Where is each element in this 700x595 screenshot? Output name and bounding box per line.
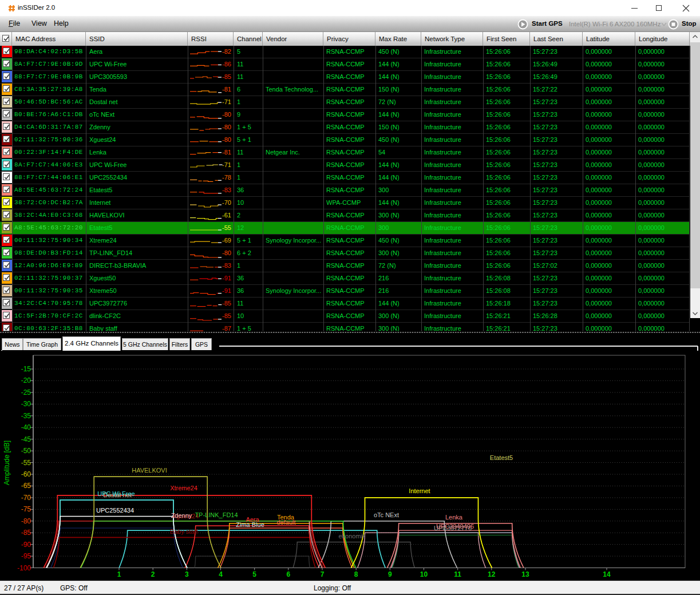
svg-text:-45: -45 (21, 435, 31, 443)
svg-text:-55: -55 (21, 459, 31, 467)
svg-text:-20: -20 (21, 376, 31, 384)
svg-text:-60: -60 (21, 470, 31, 478)
svg-text:-30: -30 (21, 400, 31, 408)
svg-text:3: 3 (185, 570, 189, 578)
svg-text:Amplitude [dB]: Amplitude [dB] (3, 441, 11, 485)
svg-text:14: 14 (603, 570, 611, 578)
svg-text:Zdenny: Zdenny (171, 512, 192, 519)
svg-text:-80: -80 (21, 517, 31, 525)
svg-text:-95: -95 (21, 552, 31, 560)
svg-text:-100: -100 (17, 564, 31, 572)
svg-text:UPC Wi-Free: UPC Wi-Free (97, 490, 135, 497)
svg-text:HAVELKOVI: HAVELKOVI (132, 467, 167, 474)
svg-text:-35: -35 (21, 412, 31, 420)
svg-text:6: 6 (286, 570, 290, 578)
svg-text:Internet: Internet (409, 487, 430, 494)
svg-text:4: 4 (219, 570, 223, 578)
svg-text:default: default (276, 519, 295, 526)
svg-text:Lenka: Lenka (445, 514, 463, 521)
svg-text:-15: -15 (21, 365, 31, 373)
svg-text:1: 1 (117, 570, 121, 578)
svg-text:ekonomik: ekonomik (338, 533, 366, 540)
svg-text:UPC2552434: UPC2552434 (96, 507, 134, 514)
svg-text:5: 5 (252, 570, 256, 578)
svg-text:2: 2 (151, 570, 155, 578)
svg-text:TP-LINK_FD14: TP-LINK_FD14 (195, 511, 238, 518)
svg-text:10: 10 (420, 570, 428, 578)
svg-text:oTc NExt: oTc NExt (374, 511, 399, 518)
svg-text:13: 13 (521, 570, 529, 578)
svg-text:Etatest5: Etatest5 (490, 454, 513, 461)
svg-text:12: 12 (488, 570, 496, 578)
svg-text:Zima Blue: Zima Blue (236, 521, 264, 528)
svg-text:-85: -85 (21, 529, 31, 537)
svg-text:8: 8 (354, 570, 358, 578)
svg-text:Xtreme24: Xtreme24 (170, 485, 197, 491)
svg-text:9: 9 (388, 570, 392, 578)
svg-text:-75: -75 (21, 505, 31, 513)
svg-text:-65: -65 (21, 482, 31, 490)
svg-text:Baby staff: Baby staff (170, 528, 199, 535)
svg-text:-40: -40 (21, 423, 31, 431)
svg-text:UPC3949496: UPC3949496 (436, 523, 474, 530)
svg-text:7: 7 (321, 570, 325, 578)
svg-text:-25: -25 (21, 388, 31, 396)
svg-text:-50: -50 (21, 447, 31, 455)
svg-text:-90: -90 (21, 541, 31, 549)
svg-text:11: 11 (454, 570, 461, 578)
svg-text:-70: -70 (21, 494, 31, 502)
